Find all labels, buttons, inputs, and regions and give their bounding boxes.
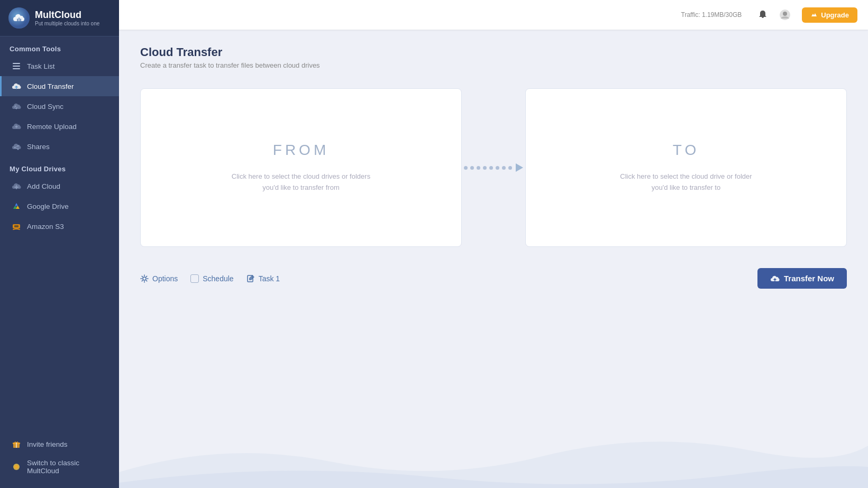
- sidebar-item-cloud-transfer[interactable]: Cloud Transfer: [0, 76, 119, 96]
- logo-subtitle: Put multiple clouds into one: [35, 21, 99, 26]
- page-subtitle: Create a transfer task to transfer files…: [140, 61, 847, 69]
- transfer-now-button[interactable]: Transfer Now: [757, 268, 847, 289]
- amazon-s3-icon: [11, 221, 22, 232]
- sidebar-item-task-list[interactable]: Task List: [0, 56, 119, 76]
- sidebar: MultCloud Put multiple clouds into one C…: [0, 0, 119, 488]
- svg-point-20: [783, 12, 787, 16]
- my-cloud-drives-label: My Cloud Drives: [0, 156, 119, 176]
- sidebar-item-label: Google Drive: [27, 202, 69, 210]
- main-content: Cloud Transfer Create a transfer task to…: [119, 30, 868, 488]
- sidebar-item-label: Cloud Transfer: [27, 82, 74, 90]
- google-drive-icon: [11, 201, 22, 211]
- list-icon: [11, 61, 22, 71]
- svg-rect-2: [13, 63, 20, 64]
- svg-point-6: [17, 145, 19, 147]
- task-name-button[interactable]: Task 1: [246, 274, 280, 283]
- sidebar-item-google-drive[interactable]: Google Drive: [0, 196, 119, 216]
- options-button[interactable]: Options: [140, 274, 178, 283]
- upgrade-icon: [810, 11, 818, 19]
- svg-rect-13: [14, 225, 19, 227]
- arrow-dots: [464, 163, 523, 172]
- transfer-now-label: Transfer Now: [784, 274, 834, 283]
- page-title: Cloud Transfer: [140, 45, 847, 59]
- svg-point-18: [15, 465, 18, 468]
- sidebar-item-label: Amazon S3: [27, 223, 64, 231]
- logo-text: MultCloud Put multiple clouds into one: [35, 10, 99, 27]
- options-label: Options: [152, 274, 178, 283]
- schedule-label: Schedule: [203, 274, 233, 283]
- sidebar-item-invite-friends[interactable]: Invite friends: [0, 434, 119, 454]
- to-box[interactable]: TO Click here to select the cloud drive …: [525, 88, 847, 247]
- gift-icon: [11, 439, 22, 449]
- user-icon: [779, 9, 791, 21]
- svg-point-7: [17, 149, 19, 150]
- sidebar-item-amazon-s3[interactable]: Amazon S3: [0, 216, 119, 236]
- sidebar-item-label: Task List: [27, 62, 55, 70]
- svg-point-21: [143, 277, 146, 280]
- cloud-sync-icon: [11, 101, 22, 112]
- sidebar-item-cloud-sync[interactable]: Cloud Sync: [0, 96, 119, 116]
- sidebar-header: MultCloud Put multiple clouds into one: [0, 0, 119, 36]
- notification-button[interactable]: [753, 5, 772, 24]
- svg-rect-4: [13, 68, 20, 69]
- svg-point-5: [14, 147, 16, 149]
- sidebar-item-label: Add Cloud: [27, 182, 60, 190]
- from-desc: Click here to select the cloud drives or…: [227, 171, 375, 194]
- sidebar-item-shares[interactable]: Shares: [0, 136, 119, 156]
- task-label: Task 1: [259, 274, 280, 283]
- sidebar-item-remote-upload[interactable]: Remote Upload: [0, 116, 119, 136]
- bottom-toolbar: Options Schedule Task 1 Transfer Now: [140, 268, 847, 289]
- from-box[interactable]: FROM Click here to select the cloud driv…: [140, 88, 462, 247]
- sidebar-item-label: Remote Upload: [27, 123, 77, 131]
- bell-icon: [757, 10, 768, 20]
- sidebar-bottom: Invite friends Switch to classic MultClo…: [0, 434, 119, 488]
- add-cloud-icon: [11, 181, 22, 191]
- switch-icon: [11, 462, 22, 472]
- sidebar-item-switch-classic[interactable]: Switch to classic MultCloud: [0, 454, 119, 480]
- task-edit-icon: [246, 274, 255, 283]
- schedule-checkbox[interactable]: [190, 274, 199, 283]
- common-tools-label: Common Tools: [0, 36, 119, 56]
- sidebar-item-label: Switch to classic MultCloud: [27, 459, 109, 475]
- remote-upload-icon: [11, 121, 22, 132]
- logo-title: MultCloud: [35, 10, 99, 21]
- transfer-area: FROM Click here to select the cloud driv…: [140, 88, 847, 247]
- cloud-transfer-icon: [11, 81, 22, 91]
- upgrade-button[interactable]: Upgrade: [802, 7, 857, 23]
- sidebar-item-label: Cloud Sync: [27, 103, 63, 111]
- options-gear-icon: [140, 274, 149, 283]
- schedule-button[interactable]: Schedule: [190, 274, 233, 283]
- user-profile-button[interactable]: [775, 5, 794, 24]
- from-label: FROM: [273, 142, 329, 159]
- to-desc: Click here to select the cloud drive or …: [612, 171, 760, 194]
- svg-rect-3: [13, 66, 20, 67]
- arrow-head-icon: [516, 163, 523, 172]
- sidebar-item-label: Shares: [27, 143, 50, 151]
- shares-icon: [11, 141, 22, 152]
- logo-icon: [8, 7, 30, 29]
- sidebar-item-add-cloud[interactable]: Add Cloud: [0, 176, 119, 196]
- transfer-arrow: [462, 163, 525, 172]
- traffic-info: Traffic: 1.19MB/30GB: [681, 11, 742, 19]
- sidebar-item-label: Invite friends: [27, 440, 68, 448]
- topbar: Traffic: 1.19MB/30GB Upgrade: [119, 0, 868, 30]
- to-label: TO: [673, 142, 699, 159]
- cloud-transfer-btn-icon: [770, 274, 780, 283]
